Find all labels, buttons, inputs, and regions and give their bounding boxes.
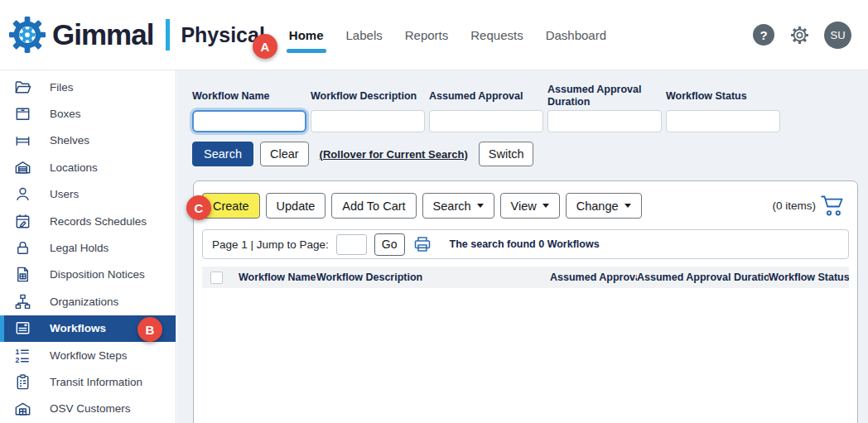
folder-icon [13,78,32,97]
sidebar-item-transit-information[interactable]: Transit Information [0,368,176,395]
sidebar-item-workflow-steps[interactable]: 12 Workflow Steps [0,342,176,368]
view-dropdown-button[interactable]: View [500,193,560,219]
gimmal-gear-logo-icon [8,16,46,54]
go-button[interactable]: Go [374,233,405,256]
app-header: Gimmal Physical Home Labels Reports Requ… [0,0,868,70]
column-header-assumed-approval[interactable]: Assumed Approval [550,272,637,283]
assumed-approval-duration-input[interactable] [547,110,662,132]
sidebar-item-label: Shelves [50,134,89,147]
switch-button[interactable]: Switch [479,142,534,166]
column-header-workflow-description[interactable]: Workflow Description [316,272,550,283]
select-all-checkbox[interactable] [210,272,223,284]
filter-label-workflow-status: Workflow Status [666,82,780,110]
svg-text:2: 2 [15,356,19,364]
person-icon [13,185,32,204]
sidebar-item-users[interactable]: Users [0,181,176,208]
top-nav: Home Labels Reports Requests Dashboard [289,28,606,42]
sidebar-item-disposition-notices[interactable]: Disposition Notices [0,262,176,288]
workflow-name-input[interactable] [192,110,306,132]
sidebar: Files Boxes Shelves Locations Users Reco… [0,70,176,423]
filter-label-workflow-description: Workflow Description [311,82,425,110]
padlock-icon [13,238,32,257]
clipboard-icon [13,373,32,392]
document-icon [13,265,32,284]
filter-row: Workflow Name Workflow Description Assum… [177,70,868,132]
sidebar-item-label: OSV Customers [50,402,131,415]
brand-divider [166,19,170,50]
sidebar-item-osv-customers[interactable]: OSV Customers [0,396,176,422]
search-button[interactable]: Search [192,142,253,166]
sidebar-item-records-schedules[interactable]: Records Schedules [0,208,176,234]
main-content: Workflow Name Workflow Description Assum… [177,70,868,423]
column-header-workflow-status[interactable]: Workflow Status [769,272,849,283]
column-header-assumed-approval-duration[interactable]: Assumed Approval Duration [637,272,769,283]
assumed-approval-input[interactable] [429,110,543,132]
workflow-card-icon [13,319,32,338]
sidebar-item-label: Files [50,81,74,94]
search-results-message: The search found 0 Workflows [450,238,600,250]
pagination-bar: Page 1 | Jump to Page: Go The search fou… [202,229,849,259]
help-icon[interactable]: ? [753,24,774,46]
numbered-list-icon: 12 [13,346,32,365]
sidebar-item-legal-holds[interactable]: Legal Holds [0,234,176,261]
sidebar-item-label: Legal Holds [50,242,108,254]
sidebar-item-shelves[interactable]: Shelves [0,127,176,154]
change-dropdown-label: Change [576,199,619,213]
nav-item-dashboard[interactable]: Dashboard [546,28,606,42]
warehouse-building-icon [13,399,32,418]
app-logo[interactable]: Gimmal Physical [0,16,265,54]
printer-icon[interactable] [412,234,432,254]
cart-items-count: (0 items) [772,199,816,212]
results-panel: Create Update Add To Cart Search View Ch… [193,180,858,423]
sidebar-item-organizations[interactable]: Organizations [0,288,176,315]
brand-name: Gimmal [52,18,153,51]
sidebar-item-files[interactable]: Files [0,74,176,100]
sidebar-item-label: Workflow Steps [50,349,128,362]
sidebar-item-label: Organizations [50,296,118,308]
annotation-badge-b: B [137,317,162,342]
annotation-badge-a: A [253,34,277,59]
workflow-status-input[interactable] [666,110,780,132]
sidebar-item-label: Boxes [50,108,81,120]
filter-label-assumed-approval-duration: Assumed Approval Duration [547,82,662,110]
sidebar-item-locations[interactable]: Locations [0,154,176,180]
nav-item-labels[interactable]: Labels [346,28,383,42]
filter-label-workflow-name: Workflow Name [192,82,306,110]
sidebar-item-label: Records Schedules [50,215,147,228]
search-dropdown-label: Search [433,199,471,213]
warehouse-icon [13,158,32,177]
change-dropdown-button[interactable]: Change [566,193,642,219]
rollover-current-search-link[interactable]: (Rollover for Current Search) [320,148,468,161]
user-avatar[interactable]: SU [824,22,851,49]
table-header-row: Workflow Name Workflow Description Assum… [202,267,849,288]
sidebar-item-label: Workflows [50,322,106,334]
sidebar-item-boxes[interactable]: Boxes [0,100,176,127]
shelf-icon [13,131,32,150]
column-header-workflow-name[interactable]: Workflow Name [239,272,316,283]
chevron-down-icon [624,204,631,208]
filter-label-assumed-approval: Assumed Approval [429,82,543,110]
update-button[interactable]: Update [266,193,326,219]
results-toolbar: Create Update Add To Cart Search View Ch… [202,193,849,219]
nav-item-requests[interactable]: Requests [470,28,523,42]
jump-to-page-input[interactable] [336,234,367,255]
annotation-badge-c: C [186,195,211,220]
sidebar-item-label: Users [50,188,79,200]
svg-text:1: 1 [15,348,19,356]
page-info: Page 1 | Jump to Page: [212,238,329,251]
calendar-pencil-icon [13,212,32,231]
add-to-cart-button[interactable]: Add To Cart [331,193,416,219]
nav-item-home[interactable]: Home [289,28,324,42]
nav-item-reports[interactable]: Reports [405,28,449,42]
org-chart-icon [13,292,32,311]
workflow-description-input[interactable] [311,110,425,132]
clear-button[interactable]: Clear [260,142,309,166]
sidebar-item-label: Disposition Notices [50,268,145,281]
sidebar-item-label: Locations [50,161,98,174]
table-body-empty [202,288,849,421]
cart-icon[interactable] [820,195,846,217]
sidebar-item-label: Transit Information [50,376,142,388]
search-dropdown-button[interactable]: Search [422,193,494,219]
settings-gear-icon[interactable] [788,24,810,46]
cart-status: (0 items) [772,195,849,217]
